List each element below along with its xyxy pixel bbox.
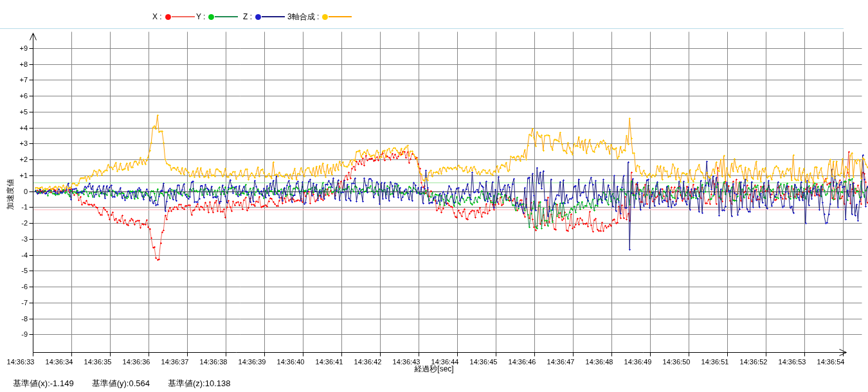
y-tick-label: -4 bbox=[6, 251, 28, 259]
x-tick-label: 14:36:36 bbox=[116, 358, 157, 366]
baseline-z-value: 基準値(z):10.138 bbox=[168, 379, 231, 388]
x-tick-label: 14:36:41 bbox=[309, 358, 350, 366]
x-tick-label: 14:36:49 bbox=[617, 358, 658, 366]
y-tick-label: -7 bbox=[6, 299, 28, 307]
y-tick-label: +2 bbox=[6, 156, 28, 163]
y-tick-label: +8 bbox=[6, 60, 28, 68]
x-tick-label: 14:36:47 bbox=[540, 358, 581, 366]
legend-line-y-icon bbox=[215, 16, 238, 17]
legend-item-z: Z : bbox=[243, 12, 285, 22]
x-tick-label: 14:36:52 bbox=[733, 358, 774, 366]
y-tick-label: -9 bbox=[6, 330, 28, 338]
legend-item-y: Y : bbox=[196, 12, 238, 22]
y-tick-label: -6 bbox=[6, 283, 28, 290]
x-tick-label: 14:36:46 bbox=[502, 358, 543, 366]
chart-legend: X :Y :Z :3軸合成 : bbox=[0, 9, 868, 27]
legend-item-label: Z : bbox=[243, 12, 252, 21]
y-tick-label: +3 bbox=[6, 139, 28, 147]
legend-marker-composite-icon bbox=[322, 14, 328, 20]
x-tick-label: 14:36:39 bbox=[231, 358, 273, 366]
y-tick-label: -3 bbox=[6, 235, 28, 243]
y-tick-label: +7 bbox=[6, 76, 28, 84]
x-tick-label: 14:36:53 bbox=[772, 358, 813, 366]
x-tick-label: 14:36:33 bbox=[0, 358, 41, 366]
y-tick-label: +6 bbox=[6, 92, 28, 100]
legend-marker-z-icon bbox=[255, 14, 261, 20]
baseline-values-footer: 基準値(x):-1.149基準値(y):0.564基準値(z):10.138 bbox=[13, 378, 249, 389]
chart-plot-canvas bbox=[0, 0, 868, 392]
y-tick-label: -5 bbox=[6, 267, 28, 274]
legend-line-x-icon bbox=[172, 16, 195, 17]
y-tick-label: +9 bbox=[6, 44, 28, 52]
x-axis-title: 経過秒[sec] bbox=[386, 364, 482, 375]
x-tick-label: 14:36:50 bbox=[656, 358, 697, 366]
x-tick-label: 14:36:42 bbox=[347, 358, 388, 366]
baseline-x-value: 基準値(x):-1.149 bbox=[13, 379, 74, 388]
x-tick-label: 14:36:34 bbox=[39, 358, 80, 366]
y-tick-label: +4 bbox=[6, 124, 28, 132]
x-tick-label: 14:36:54 bbox=[810, 358, 851, 366]
legend-marker-y-icon bbox=[208, 14, 214, 20]
legend-item-composite: 3軸合成 : bbox=[287, 12, 352, 22]
x-tick-label: 14:36:40 bbox=[270, 358, 311, 366]
y-tick-label: 0 bbox=[6, 188, 28, 195]
y-tick-label: -2 bbox=[6, 219, 28, 227]
x-tick-label: 14:36:37 bbox=[154, 358, 195, 366]
legend-marker-x-icon bbox=[165, 14, 171, 20]
y-tick-label: +5 bbox=[6, 108, 28, 116]
legend-item-label: 3軸合成 : bbox=[287, 12, 319, 22]
y-tick-label: -8 bbox=[6, 315, 28, 323]
acceleration-chart-window: X :Y :Z :3軸合成 : 加速度値 +9+8+7+6+5+4+3+2+10… bbox=[0, 0, 868, 392]
legend-item-x: X : bbox=[152, 12, 195, 22]
x-tick-label: 14:36:38 bbox=[193, 358, 234, 366]
baseline-y-value: 基準値(y):0.564 bbox=[92, 379, 150, 388]
legend-item-label: Y : bbox=[196, 12, 205, 21]
y-tick-label: +1 bbox=[6, 172, 28, 179]
x-tick-label: 14:36:51 bbox=[694, 358, 736, 366]
legend-item-label: X : bbox=[152, 12, 162, 21]
y-tick-label: -1 bbox=[6, 203, 28, 211]
legend-line-composite-icon bbox=[329, 16, 352, 17]
x-tick-label: 14:36:35 bbox=[77, 358, 118, 366]
x-tick-label: 14:36:48 bbox=[579, 358, 620, 366]
legend-line-z-icon bbox=[262, 16, 285, 17]
legend-separator-line bbox=[0, 28, 844, 29]
